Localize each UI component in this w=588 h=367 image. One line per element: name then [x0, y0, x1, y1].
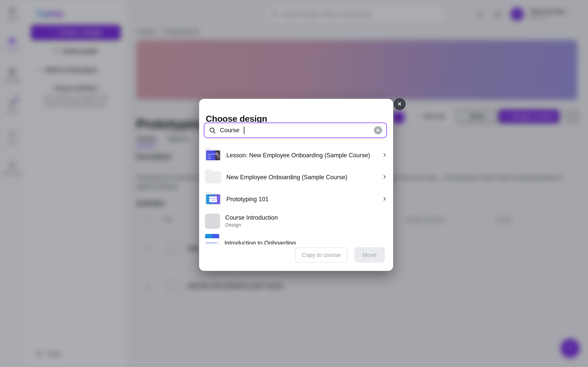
result-row-design[interactable]: Course Introduction Design	[205, 210, 387, 232]
modal-footer: Copy to course Move	[295, 247, 385, 263]
folder-thumbnail: Prototyping Course	[205, 193, 221, 205]
text-caret	[244, 126, 244, 134]
clear-x-icon: ✕	[376, 128, 380, 133]
choose-design-modal: Choose design Course ✕ Welcome Your Team…	[199, 99, 393, 271]
design-thumbnail: Introduction to Onboarding	[205, 234, 219, 245]
chevron-right-icon	[381, 152, 387, 159]
folder-thumbnail: Welcome Your Team	[205, 149, 221, 161]
chevron-right-icon	[381, 196, 387, 202]
clear-search-button[interactable]: ✕	[374, 126, 382, 134]
modal-close-button[interactable]	[394, 98, 406, 110]
result-row-design[interactable]: Introduction to Onboarding Introduction …	[205, 232, 387, 244]
design-results-list: Welcome Your Team Lesson: New Employee O…	[205, 144, 387, 244]
result-row-folder[interactable]: New Employee Onboarding (Sample Course)	[205, 166, 387, 188]
chevron-right-icon	[381, 174, 387, 181]
search-input-value: Course	[220, 127, 239, 134]
folder-thumbnail	[205, 171, 221, 183]
copy-to-course-button[interactable]: Copy to course	[295, 247, 347, 263]
design-search-field[interactable]: Course ✕	[204, 123, 387, 138]
canva-courses-screen: Home Projects Templates Brand	[0, 0, 588, 367]
design-thumbnail	[205, 214, 220, 229]
move-button[interactable]: Move	[354, 247, 385, 263]
search-icon	[209, 127, 216, 134]
close-icon	[397, 101, 403, 107]
result-row-folder[interactable]: Prototyping Course Prototyping 101	[205, 188, 387, 210]
result-row-folder[interactable]: Welcome Your Team Lesson: New Employee O…	[205, 144, 387, 166]
